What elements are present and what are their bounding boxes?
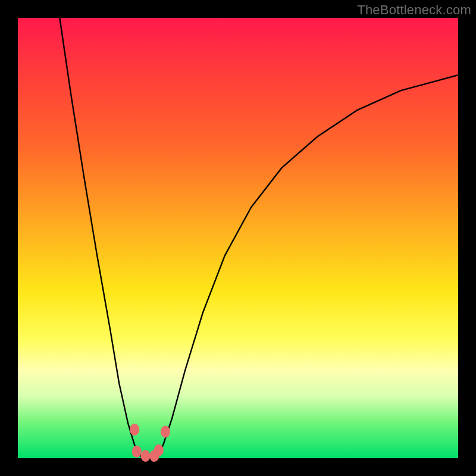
marker-dot <box>141 450 151 462</box>
plot-area <box>18 18 458 458</box>
curve-right-branch <box>156 75 458 458</box>
chart-frame: TheBottleneck.com <box>0 0 476 476</box>
curve-layer <box>18 18 458 458</box>
marker-dot <box>154 444 164 456</box>
marker-dot <box>161 426 170 438</box>
marker-dot <box>130 424 139 436</box>
curve-left-branch <box>60 18 142 458</box>
watermark-text: TheBottleneck.com <box>357 2 471 18</box>
marker-dot <box>132 446 142 458</box>
